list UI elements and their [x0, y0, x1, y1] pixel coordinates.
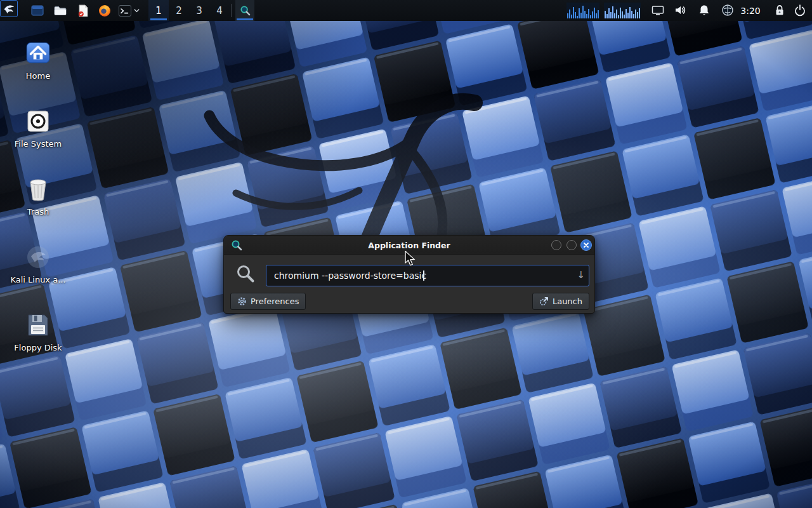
- application-finder-window: Application Finder ↓: [223, 235, 595, 314]
- lock-icon: [773, 3, 787, 17]
- desktop-icon-trash[interactable]: Trash: [8, 170, 69, 217]
- launcher-text-editor[interactable]: [74, 0, 93, 21]
- button-row: Preferences Launch: [224, 293, 596, 310]
- tray-volume[interactable]: [674, 3, 688, 17]
- desktop-icon-label: File System: [8, 139, 69, 149]
- desktop-icon-home[interactable]: Home: [8, 34, 69, 81]
- network-graph[interactable]: [566, 3, 599, 18]
- close-button[interactable]: [580, 239, 592, 251]
- tray-network[interactable]: [721, 3, 735, 17]
- desktop-icon-label: Home: [8, 71, 69, 81]
- mouse-cursor: [403, 251, 417, 266]
- launcher-file-manager[interactable]: [51, 0, 70, 21]
- desktop-icon-label: Trash: [8, 207, 69, 217]
- taskbar-application-finder[interactable]: [235, 0, 254, 21]
- maximize-button[interactable]: [566, 240, 577, 250]
- preferences-button[interactable]: Preferences: [230, 293, 306, 310]
- workspace-label: 1: [155, 5, 162, 17]
- text-caret: [423, 271, 424, 281]
- tray-screen-lock[interactable]: [773, 3, 787, 17]
- launch-label: Launch: [553, 297, 582, 306]
- launch-icon: [539, 297, 549, 306]
- speaker-icon: [674, 3, 688, 17]
- tray-logout[interactable]: [793, 3, 807, 17]
- panel-clock[interactable]: 3:20: [736, 0, 765, 21]
- window-icon: [30, 3, 45, 18]
- document-icon: [75, 3, 91, 18]
- tray-display[interactable]: [651, 3, 665, 17]
- applications-menu-button[interactable]: [0, 0, 18, 17]
- close-icon: [583, 242, 589, 248]
- globe-icon: [721, 3, 735, 17]
- command-field-wrap: ↓: [266, 265, 589, 286]
- home-icon: [8, 34, 69, 67]
- workspace-4[interactable]: 4: [209, 0, 230, 21]
- minimize-button[interactable]: [551, 240, 561, 250]
- clock-text: 3:20: [740, 6, 760, 16]
- panel-separator: [231, 4, 232, 17]
- app-finder-icon: [240, 5, 251, 16]
- command-input[interactable]: [266, 265, 589, 286]
- history-dropdown-icon[interactable]: ↓: [577, 269, 585, 281]
- folder-icon: [53, 3, 68, 18]
- workspace-label: 3: [196, 5, 202, 17]
- desktop-icon-kali-linux[interactable]: Kali Linux a...: [8, 238, 69, 284]
- kali-logo-icon: [2, 2, 16, 16]
- search-icon: [235, 264, 256, 284]
- firefox-icon: [97, 3, 112, 18]
- workspace-3[interactable]: 3: [189, 0, 209, 21]
- desktop-icon-floppy-disk[interactable]: Floppy Disk: [8, 306, 69, 352]
- cpu-graph[interactable]: [604, 3, 641, 18]
- power-icon: [793, 3, 807, 17]
- preferences-label: Preferences: [251, 297, 299, 306]
- tray-notifications[interactable]: [697, 3, 711, 17]
- top-panel: 1 2 3 4: [0, 0, 812, 21]
- launcher-firefox[interactable]: [95, 0, 114, 21]
- gear-icon: [237, 297, 247, 306]
- desktop-icon-label: Kali Linux a...: [8, 275, 69, 284]
- desktop-icon-label: Floppy Disk: [8, 343, 69, 352]
- desktop-icon-file-system[interactable]: File System: [8, 102, 69, 149]
- terminal-dropdown-button[interactable]: [132, 0, 141, 21]
- workspace-label: 4: [216, 5, 223, 17]
- terminal-icon: [117, 3, 133, 18]
- desktop: Home File System Trash: [0, 0, 812, 508]
- bell-icon: [697, 3, 711, 17]
- display-icon: [651, 3, 665, 17]
- workspace-1[interactable]: 1: [148, 0, 169, 21]
- launcher-window-app[interactable]: [28, 0, 47, 21]
- workspace-2[interactable]: 2: [169, 0, 189, 21]
- trash-icon: [8, 170, 69, 203]
- workspace-switcher: 1 2 3 4: [148, 0, 230, 21]
- launch-button[interactable]: Launch: [532, 293, 589, 310]
- kali-ghost-icon: [8, 238, 69, 271]
- workspace-label: 2: [176, 5, 182, 17]
- file-system-icon: [8, 102, 69, 135]
- floppy-disk-icon: [8, 306, 69, 339]
- chevron-down-icon: [133, 7, 140, 14]
